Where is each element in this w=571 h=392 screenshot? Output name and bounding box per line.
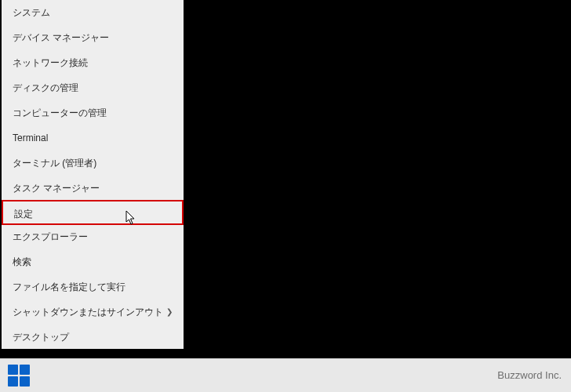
- menu-item-label: 設定: [14, 209, 33, 220]
- windows-logo-icon: [8, 365, 18, 375]
- menu-item-label: Terminal: [13, 132, 48, 143]
- chevron-right-icon: ❯: [166, 299, 173, 325]
- menu-item-label: タスク マネージャー: [13, 183, 100, 194]
- menu-item-label: エクスプローラー: [13, 231, 88, 242]
- menu-item-shutdown-signout[interactable]: シャットダウンまたはサインアウト ❯: [2, 299, 184, 325]
- menu-item-system[interactable]: システム: [2, 0, 184, 25]
- menu-item-network-connections[interactable]: ネットワーク接続: [2, 50, 184, 75]
- winx-context-menu: システム デバイス マネージャー ネットワーク接続 ディスクの管理 コンピュータ…: [2, 0, 184, 349]
- menu-item-explorer[interactable]: エクスプローラー: [2, 224, 184, 249]
- menu-item-device-manager[interactable]: デバイス マネージャー: [2, 25, 184, 50]
- menu-item-label: ターミナル (管理者): [13, 158, 96, 169]
- menu-item-label: ファイル名を指定して実行: [13, 281, 125, 292]
- menu-item-label: ネットワーク接続: [13, 57, 88, 68]
- menu-item-label: システム: [13, 7, 50, 18]
- brand-watermark: Buzzword Inc.: [497, 369, 562, 381]
- menu-item-label: コンピューターの管理: [13, 107, 107, 118]
- menu-item-disk-management[interactable]: ディスクの管理: [2, 75, 184, 100]
- menu-item-label: デバイス マネージャー: [13, 32, 109, 43]
- taskbar: [0, 358, 571, 392]
- menu-item-desktop[interactable]: デスクトップ: [2, 325, 184, 349]
- menu-item-terminal-admin[interactable]: ターミナル (管理者): [2, 151, 184, 176]
- menu-item-settings[interactable]: 設定: [2, 200, 184, 225]
- desktop: システム デバイス マネージャー ネットワーク接続 ディスクの管理 コンピュータ…: [0, 0, 571, 392]
- menu-item-computer-management[interactable]: コンピューターの管理: [2, 100, 184, 125]
- windows-logo-icon: [20, 376, 30, 387]
- menu-item-label: 検索: [13, 256, 31, 267]
- menu-item-label: ディスクの管理: [13, 82, 78, 93]
- menu-item-task-manager[interactable]: タスク マネージャー: [2, 176, 184, 201]
- windows-logo-icon: [20, 365, 30, 375]
- menu-item-terminal[interactable]: Terminal: [2, 125, 184, 151]
- menu-item-run[interactable]: ファイル名を指定して実行: [2, 274, 184, 299]
- windows-logo-icon: [8, 376, 18, 387]
- menu-item-search[interactable]: 検索: [2, 249, 184, 274]
- start-button[interactable]: [8, 365, 30, 387]
- menu-item-label: デスクトップ: [13, 332, 69, 343]
- menu-item-label: シャットダウンまたはサインアウト: [13, 307, 163, 318]
